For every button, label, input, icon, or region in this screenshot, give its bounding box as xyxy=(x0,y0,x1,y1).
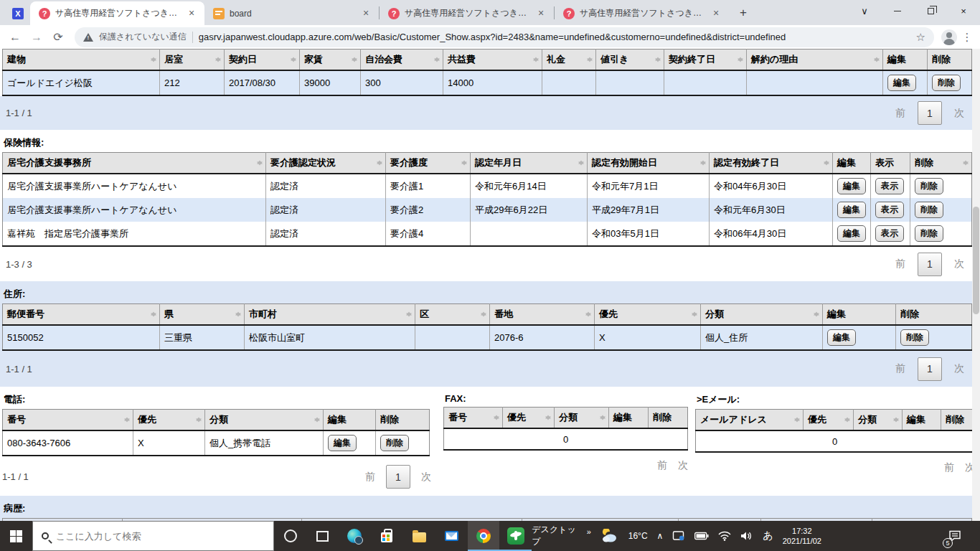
reload-button[interactable]: ⟳ xyxy=(49,28,67,47)
forward-button[interactable]: → xyxy=(27,28,46,47)
next-button[interactable]: 次 xyxy=(954,362,964,375)
col-valid-start[interactable]: 認定有効開始日 xyxy=(588,153,710,174)
sort-icon[interactable] xyxy=(814,309,820,320)
col-description[interactable]: 説明 xyxy=(522,519,679,522)
bookmark-star-icon[interactable]: ☆ xyxy=(916,31,925,44)
col-delete[interactable]: 削除 xyxy=(910,153,972,174)
delete-button[interactable]: 削除 xyxy=(900,329,929,346)
delete-button[interactable]: 削除 xyxy=(380,435,409,451)
col-care-office[interactable]: 居宅介護支援事務所 xyxy=(3,153,266,174)
col-cancel-reason[interactable]: 解約の理由 xyxy=(747,50,883,71)
col-priority[interactable]: 優先 xyxy=(595,304,701,326)
col-building[interactable]: 建物 xyxy=(3,50,160,71)
col-category[interactable]: 分類 xyxy=(555,408,609,429)
ime-indicator[interactable]: あ xyxy=(763,529,773,542)
page-scrollbar[interactable] xyxy=(972,49,980,521)
col-association-fee[interactable]: 自治会費 xyxy=(361,50,443,71)
tab-close-icon[interactable]: × xyxy=(186,8,197,19)
sort-icon[interactable] xyxy=(844,415,851,425)
col-postal-code[interactable]: 郵便番号 xyxy=(3,304,160,326)
sort-icon[interactable] xyxy=(585,309,592,320)
sort-icon[interactable] xyxy=(587,55,593,65)
cortana-button[interactable] xyxy=(274,521,306,551)
wifi-tray-icon[interactable] xyxy=(718,531,731,541)
task-view-button[interactable] xyxy=(306,521,339,551)
tab-4[interactable]: ? サ高住専用経営ソフトさつきちゃん × xyxy=(555,1,729,25)
col-date[interactable]: 年月日 xyxy=(123,519,302,522)
sort-icon[interactable] xyxy=(700,158,707,169)
sort-icon[interactable] xyxy=(494,413,500,423)
chrome-button[interactable] xyxy=(468,521,500,551)
desktop-label[interactable]: デスクトップ xyxy=(532,524,577,548)
prev-button[interactable]: 前 xyxy=(895,107,905,120)
col-priority[interactable]: 優先 xyxy=(133,410,205,431)
edit-button[interactable]: 編集 xyxy=(837,225,866,242)
minimize-button[interactable] xyxy=(881,0,914,22)
sort-icon[interactable] xyxy=(545,413,552,423)
page-1-button[interactable]: 1 xyxy=(918,253,942,276)
sort-icon[interactable] xyxy=(151,55,157,65)
page-1-button[interactable]: 1 xyxy=(918,101,942,125)
page-1-button[interactable]: 1 xyxy=(918,357,942,381)
col-ward[interactable]: 区 xyxy=(415,304,490,326)
sort-icon[interactable] xyxy=(124,415,131,425)
col-number[interactable]: 番号 xyxy=(3,410,133,431)
prev-button[interactable]: 前 xyxy=(944,461,954,474)
weather-icon[interactable] xyxy=(600,529,619,543)
snip-tray-icon[interactable] xyxy=(672,530,685,542)
col-category[interactable]: 分類 xyxy=(205,410,324,431)
prev-button[interactable]: 前 xyxy=(365,471,375,484)
next-button[interactable]: 次 xyxy=(421,471,431,484)
col-contract-date[interactable]: 契約日 xyxy=(225,50,300,71)
edit-button[interactable]: 編集 xyxy=(827,329,856,346)
sort-icon[interactable] xyxy=(235,309,242,320)
next-button[interactable]: 次 xyxy=(954,107,964,120)
address-bar[interactable]: ! 保護されていない通信 gasrv.japanwest.cloudapp.az… xyxy=(75,27,934,47)
hidden-icons-chevron[interactable]: ∧ xyxy=(657,531,664,541)
taskbar-search[interactable] xyxy=(32,521,274,551)
col-cert-date[interactable]: 認定年月日 xyxy=(471,153,588,174)
sort-icon[interactable] xyxy=(314,415,321,425)
sort-icon[interactable] xyxy=(291,55,297,65)
next-button[interactable]: 次 xyxy=(954,258,964,270)
scrollbar-thumb[interactable] xyxy=(973,207,979,314)
delete-button[interactable]: 削除 xyxy=(915,225,943,242)
prev-button[interactable]: 前 xyxy=(657,459,667,472)
sort-icon[interactable] xyxy=(434,55,440,65)
col-certification-status[interactable]: 要介護認定状況 xyxy=(266,153,386,174)
weather-temp[interactable]: 16°C xyxy=(628,531,648,541)
edit-button[interactable]: 編集 xyxy=(887,75,916,91)
col-contract-end[interactable]: 契約終了日 xyxy=(664,50,747,71)
restore-button[interactable] xyxy=(914,0,947,22)
start-button[interactable] xyxy=(0,521,32,551)
sort-icon[interactable] xyxy=(824,158,830,169)
file-explorer-button[interactable] xyxy=(403,521,435,551)
delete-button[interactable]: 削除 xyxy=(915,178,943,194)
new-tab-button[interactable]: + xyxy=(733,3,753,23)
edge-button[interactable] xyxy=(339,521,371,551)
desktop-more-icon[interactable]: » xyxy=(587,527,591,536)
url-text[interactable]: gasrv.japanwest.cloudapp.azure.com/web/B… xyxy=(199,32,786,42)
tab-2[interactable]: board × xyxy=(204,1,379,25)
delete-button[interactable]: 削除 xyxy=(915,202,943,218)
tab-close-icon[interactable]: × xyxy=(360,8,372,19)
sort-icon[interactable] xyxy=(406,309,413,320)
battery-tray-icon[interactable] xyxy=(694,532,709,540)
store-button[interactable] xyxy=(371,521,403,551)
profile-avatar[interactable] xyxy=(941,29,957,45)
sort-icon[interactable] xyxy=(461,158,468,169)
prev-button[interactable]: 前 xyxy=(895,258,905,270)
sort-icon[interactable] xyxy=(257,158,263,169)
edit-button[interactable]: 編集 xyxy=(837,178,866,194)
sort-icon[interactable] xyxy=(893,415,900,425)
mail-button[interactable] xyxy=(435,521,468,551)
col-category[interactable]: 分類 xyxy=(701,304,823,326)
next-button[interactable]: 次 xyxy=(678,459,688,472)
col-id[interactable]: ID xyxy=(3,519,123,522)
sort-icon[interactable] xyxy=(151,309,157,320)
col-care-level[interactable]: 要介護度 xyxy=(386,153,471,174)
tab-1-active[interactable]: ? サ高住専用経営ソフトさつきちゃん × xyxy=(30,1,204,25)
show-button[interactable]: 表示 xyxy=(875,178,904,194)
col-valid-end[interactable]: 認定有効終了日 xyxy=(710,153,833,174)
browser-menu-icon[interactable]: ⋮ xyxy=(960,31,974,44)
